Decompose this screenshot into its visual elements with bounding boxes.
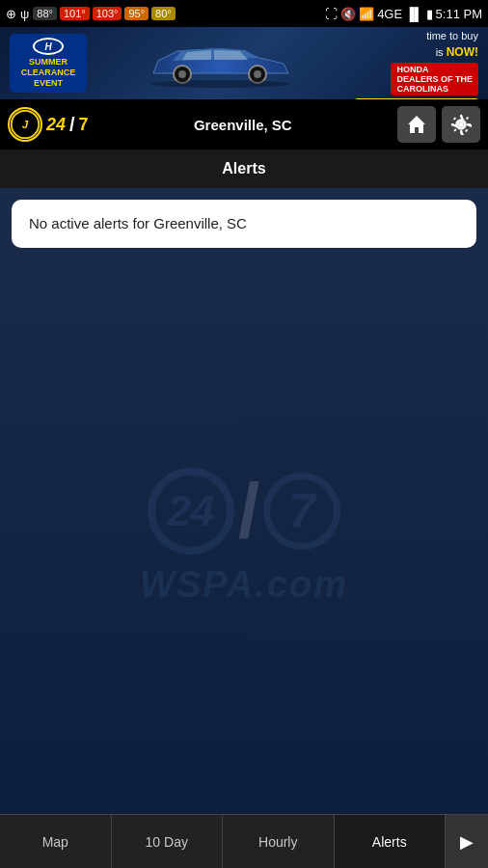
wifi-icon: 📶 bbox=[359, 7, 374, 21]
ad-banner[interactable]: H SUMMERCLEARANCEEVENT bbox=[0, 27, 488, 99]
tab-hourly[interactable]: Hourly bbox=[223, 815, 335, 868]
svg-rect-14 bbox=[468, 123, 471, 125]
svg-rect-17 bbox=[453, 128, 457, 132]
svg-point-3 bbox=[254, 70, 261, 78]
svg-rect-13 bbox=[451, 123, 454, 125]
temp-3: 103° bbox=[93, 7, 122, 20]
alerts-panel: No active alerts for Greenville, SC bbox=[0, 188, 488, 259]
svg-rect-12 bbox=[460, 131, 462, 134]
bg-logo-wrapper: 24 / 7 WSPA.com bbox=[140, 468, 348, 606]
time-display: 5:11 PM bbox=[436, 7, 482, 21]
status-bar: ⊕ ψ 88° 101° 103° 95° 80° ⛶ 🔇 📶 4GE ▐▌ ▮… bbox=[0, 0, 488, 27]
svg-rect-16 bbox=[465, 129, 469, 133]
tab-next-button[interactable]: ▶ bbox=[446, 815, 488, 868]
usb-icon: ⊕ bbox=[6, 7, 16, 21]
bg-wspa-text: WSPA.com bbox=[140, 564, 348, 606]
bg-circle-left: 24 bbox=[148, 468, 234, 555]
bg-logo-area: 24 / 7 WSPA.com bbox=[0, 259, 488, 814]
honda-logo: H bbox=[33, 38, 64, 55]
ad-cta-button[interactable]: FIND CLEARANCE DEALS! bbox=[355, 98, 478, 99]
bluetooth-icon: ⛶ bbox=[325, 7, 338, 21]
lte-label: 4GE bbox=[377, 7, 402, 21]
ad-car-image bbox=[144, 37, 298, 90]
home-icon bbox=[406, 114, 427, 135]
section-title: Alerts bbox=[222, 160, 265, 177]
signal-bars-icon: ▐▌ bbox=[405, 7, 422, 21]
svg-rect-15 bbox=[453, 117, 457, 121]
debug-icon: ψ bbox=[20, 7, 29, 21]
temp-5: 80° bbox=[151, 7, 176, 20]
header-city: Greenville, SC bbox=[89, 117, 397, 133]
tab-alerts[interactable]: Alerts bbox=[335, 815, 447, 868]
tab-map[interactable]: Map bbox=[0, 815, 112, 868]
header-actions bbox=[397, 106, 480, 143]
alert-message: No active alerts for Greenville, SC bbox=[29, 215, 247, 231]
status-left: ⊕ ψ 88° 101° 103° 95° 80° bbox=[6, 7, 176, 21]
ad-main-text: The besttime to buyis NOW! bbox=[426, 27, 478, 60]
settings-button[interactable] bbox=[442, 106, 480, 143]
volume-icon: 🔇 bbox=[340, 7, 356, 21]
logo-7-text: 7 bbox=[79, 115, 89, 135]
status-right: ⛶ 🔇 📶 4GE ▐▌ ▮ 5:11 PM bbox=[325, 7, 482, 21]
svg-text:J: J bbox=[22, 119, 29, 130]
app-header: J 24 / 7 Greenville, SC bbox=[0, 99, 488, 149]
logo-247-text: 24 bbox=[46, 115, 66, 135]
ad-brand: HondaDealers of theCAROLINAS bbox=[391, 63, 478, 95]
bg-num-24: 24 bbox=[167, 490, 214, 532]
ad-summer-text: SUMMERCLEARANCEEVENT bbox=[21, 57, 76, 88]
alert-card: No active alerts for Greenville, SC bbox=[12, 200, 476, 248]
gear-icon bbox=[450, 114, 472, 135]
temp-1: 88° bbox=[33, 7, 57, 20]
logo-circle-icon: J bbox=[8, 107, 42, 142]
ad-right-section: The besttime to buyis NOW! HondaDealers … bbox=[355, 27, 478, 99]
bottom-tab-bar: Map 10 Day Hourly Alerts ▶ bbox=[0, 814, 488, 868]
svg-point-1 bbox=[178, 70, 186, 78]
app-logo: J 24 / 7 bbox=[8, 107, 89, 142]
svg-marker-7 bbox=[408, 116, 425, 133]
battery-icon: ▮ bbox=[426, 7, 433, 21]
svg-point-4 bbox=[151, 80, 290, 88]
svg-point-10 bbox=[459, 122, 464, 127]
home-button[interactable] bbox=[397, 106, 436, 143]
tab-10day[interactable]: 10 Day bbox=[112, 815, 224, 868]
section-title-bar: Alerts bbox=[0, 149, 488, 188]
bg-circle-right: 7 bbox=[263, 473, 340, 550]
bg-slash: / bbox=[238, 473, 259, 550]
logo-slash: / bbox=[69, 114, 75, 136]
bg-num-7: 7 bbox=[288, 487, 315, 535]
svg-rect-11 bbox=[460, 115, 462, 118]
svg-rect-18 bbox=[466, 117, 470, 121]
temp-badges: 88° 101° 103° 95° 80° bbox=[33, 7, 175, 20]
temp-2: 101° bbox=[60, 7, 90, 20]
bg-247-logo: 24 / 7 bbox=[148, 468, 340, 555]
ad-left-section: H SUMMERCLEARANCEEVENT bbox=[10, 34, 87, 92]
temp-4: 95° bbox=[124, 7, 149, 20]
